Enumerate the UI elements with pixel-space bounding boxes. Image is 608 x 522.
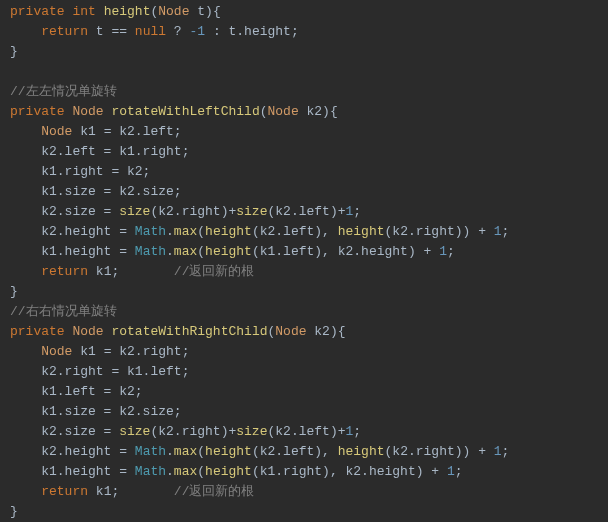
keyword-private: private <box>10 104 65 119</box>
code-line <box>0 62 608 82</box>
method-size: size <box>236 204 267 219</box>
method-height: height <box>338 224 385 239</box>
method-height: height <box>205 444 252 459</box>
keyword-null: null <box>135 24 166 39</box>
type-node: Node <box>41 124 72 139</box>
method-max: max <box>174 244 197 259</box>
code-line: } <box>0 282 608 302</box>
code-line: //右右情况单旋转 <box>0 302 608 322</box>
number-one: 1 <box>494 444 502 459</box>
method-height: height <box>104 4 151 19</box>
code-line: return t == null ? -1 : t.height; <box>0 22 608 42</box>
code-line: k1.height = Math.max(height(k1.right), k… <box>0 462 608 482</box>
code-line: k1.left = k2; <box>0 382 608 402</box>
method-rotate-right: rotateWithRightChild <box>111 324 267 339</box>
method-height: height <box>205 464 252 479</box>
type-node: Node <box>268 104 299 119</box>
keyword-return: return <box>41 24 88 39</box>
method-height: height <box>338 444 385 459</box>
code-line: //左左情况单旋转 <box>0 82 608 102</box>
method-max: max <box>174 464 197 479</box>
code-line: return k1; //返回新的根 <box>0 262 608 282</box>
code-line: private Node rotateWithLeftChild(Node k2… <box>0 102 608 122</box>
code-editor[interactable]: private int height(Node t){ return t == … <box>0 2 608 522</box>
code-line: k1.size = k2.size; <box>0 182 608 202</box>
method-rotate-left: rotateWithLeftChild <box>111 104 259 119</box>
keyword-return: return <box>41 264 88 279</box>
number-one: 1 <box>447 464 455 479</box>
number-neg1: -1 <box>189 24 205 39</box>
method-size: size <box>119 204 150 219</box>
method-size: size <box>119 424 150 439</box>
comment-return-root: //返回新的根 <box>174 264 255 279</box>
keyword-return: return <box>41 484 88 499</box>
comment-right: //右右情况单旋转 <box>10 304 117 319</box>
method-size: size <box>236 424 267 439</box>
code-line: k2.height = Math.max(height(k2.left), he… <box>0 442 608 462</box>
code-line: return k1; //返回新的根 <box>0 482 608 502</box>
type-node: Node <box>158 4 189 19</box>
keyword-private: private <box>10 4 65 19</box>
code-line: k2.right = k1.left; <box>0 362 608 382</box>
type-node: Node <box>275 324 306 339</box>
method-max: max <box>174 224 197 239</box>
number-one: 1 <box>494 224 502 239</box>
code-line: } <box>0 42 608 62</box>
class-math: Math <box>135 244 166 259</box>
type-node: Node <box>41 344 72 359</box>
number-one: 1 <box>439 244 447 259</box>
comment-return-root: //返回新的根 <box>174 484 255 499</box>
code-line: k1.right = k2; <box>0 162 608 182</box>
class-math: Math <box>135 224 166 239</box>
type-node: Node <box>72 104 103 119</box>
code-line: Node k1 = k2.left; <box>0 122 608 142</box>
method-height: height <box>205 244 252 259</box>
keyword-private: private <box>10 324 65 339</box>
code-line: k2.left = k1.right; <box>0 142 608 162</box>
code-line: k1.size = k2.size; <box>0 402 608 422</box>
code-line: k2.size = size(k2.right)+size(k2.left)+1… <box>0 422 608 442</box>
class-math: Math <box>135 464 166 479</box>
keyword-int: int <box>72 4 95 19</box>
number-one: 1 <box>346 204 354 219</box>
code-line: k2.size = size(k2.right)+size(k2.left)+1… <box>0 202 608 222</box>
comment-left: //左左情况单旋转 <box>10 84 117 99</box>
number-one: 1 <box>346 424 354 439</box>
code-line: private Node rotateWithRightChild(Node k… <box>0 322 608 342</box>
code-line: k2.height = Math.max(height(k2.left), he… <box>0 222 608 242</box>
method-max: max <box>174 444 197 459</box>
code-line: Node k1 = k2.right; <box>0 342 608 362</box>
type-node: Node <box>72 324 103 339</box>
class-math: Math <box>135 444 166 459</box>
code-line: private int height(Node t){ <box>0 2 608 22</box>
method-height: height <box>205 224 252 239</box>
code-line: k1.height = Math.max(height(k1.left), k2… <box>0 242 608 262</box>
code-line: } <box>0 502 608 522</box>
